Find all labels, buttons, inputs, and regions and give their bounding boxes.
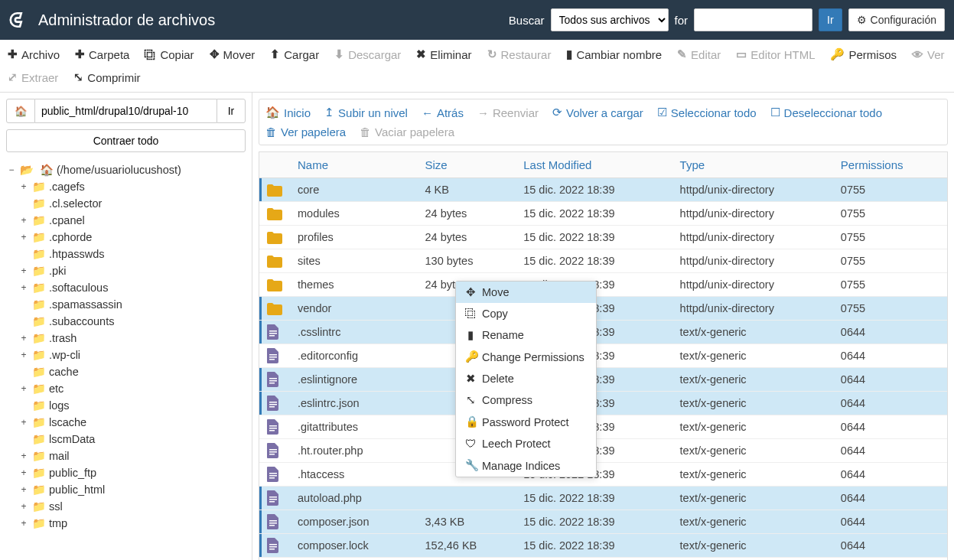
expand-icon[interactable]: + bbox=[18, 265, 29, 276]
ctx-rename[interactable]: ▮Rename bbox=[456, 324, 596, 346]
tree-item[interactable]: +📁etc bbox=[6, 380, 246, 397]
nav-back[interactable]: ←Atrás bbox=[422, 104, 464, 121]
path-go-button[interactable]: Ir bbox=[217, 99, 246, 123]
tree-item[interactable]: 📁cache bbox=[6, 363, 246, 380]
nav-forward[interactable]: →Reenviar bbox=[477, 104, 539, 121]
tree-item[interactable]: +📁mail bbox=[6, 448, 246, 464]
table-row[interactable]: themes24 bytes15 dic. 2022 18:39httpd/un… bbox=[259, 273, 947, 297]
expand-icon[interactable]: + bbox=[18, 518, 29, 529]
tree-item[interactable]: 📁.cl.selector bbox=[6, 195, 246, 212]
ctx-password[interactable]: 🔒Password Protect bbox=[456, 411, 596, 433]
table-row[interactable]: profiles24 bytes15 dic. 2022 18:39httpd/… bbox=[259, 226, 947, 249]
nav-reload[interactable]: ⟳Volver a cargar bbox=[552, 104, 643, 121]
move-button[interactable]: ✥Mover bbox=[202, 43, 263, 66]
tree-item[interactable]: 📁.subaccounts bbox=[6, 313, 246, 330]
path-input[interactable] bbox=[35, 99, 217, 123]
search-scope-select[interactable]: Todos sus archivos bbox=[551, 8, 669, 31]
tree-item[interactable]: +📁lscache bbox=[6, 414, 246, 431]
table-row[interactable]: core4 KB15 dic. 2022 18:39httpd/unix-dir… bbox=[259, 178, 947, 202]
expand-icon[interactable]: + bbox=[18, 417, 29, 428]
col-type[interactable]: Type bbox=[672, 152, 833, 178]
expand-icon[interactable]: + bbox=[18, 333, 29, 343]
config-button[interactable]: ⚙Configuración bbox=[848, 8, 945, 31]
delete-button[interactable]: ✖Eliminar bbox=[409, 43, 479, 66]
expand-icon[interactable]: + bbox=[18, 181, 29, 192]
tree-root[interactable]: − 📂 🏠 (/home/usuariolucushost) bbox=[6, 161, 246, 178]
tree-item[interactable]: +📁ssl bbox=[6, 498, 246, 515]
collapse-all-button[interactable]: Contraer todo bbox=[6, 129, 246, 152]
col-permissions[interactable]: Permissions bbox=[833, 152, 947, 178]
tree-item[interactable]: +📁.pki bbox=[6, 262, 246, 279]
table-row[interactable]: composer.json3,43 KB15 dic. 2022 18:39te… bbox=[259, 510, 947, 534]
folder-button[interactable]: ✚Carpeta bbox=[67, 43, 137, 66]
col-icon[interactable] bbox=[259, 152, 290, 178]
expand-icon[interactable]: + bbox=[18, 467, 29, 478]
download-button[interactable]: ⬇Descargar bbox=[327, 43, 409, 66]
upload-button[interactable]: ⬆Cargar bbox=[262, 43, 327, 66]
table-row[interactable]: .eslintrc.json15 dic. 2022 18:39text/x-g… bbox=[259, 392, 947, 415]
compress-button[interactable]: ⤡Comprimir bbox=[66, 66, 148, 89]
tree-item[interactable]: +📁.softaculous bbox=[6, 279, 246, 296]
search-input[interactable] bbox=[694, 8, 812, 31]
expand-icon[interactable]: + bbox=[18, 484, 29, 495]
edit-button[interactable]: ✎Editar bbox=[669, 43, 728, 66]
tree-item[interactable]: 📁logs bbox=[6, 397, 246, 414]
tree-item[interactable]: +📁.trash bbox=[6, 330, 246, 347]
file-button[interactable]: ✚Archivo bbox=[0, 43, 67, 66]
ctx-copy[interactable]: ⿻Copy bbox=[456, 303, 596, 324]
col-name[interactable]: Name bbox=[290, 152, 418, 178]
expand-icon[interactable]: + bbox=[18, 501, 29, 512]
tree-item[interactable]: 📁lscmData bbox=[6, 431, 246, 448]
nav-home[interactable]: 🏠Inicio bbox=[265, 104, 311, 121]
table-row[interactable]: .csslintrc15 dic. 2022 18:39text/x-gener… bbox=[259, 321, 947, 344]
permissions-button[interactable]: 🔑Permisos bbox=[822, 43, 904, 66]
tree-item[interactable]: 📁.spamassassin bbox=[6, 296, 246, 313]
table-row[interactable]: vendor15 dic. 2022 18:39httpd/unix-direc… bbox=[259, 297, 947, 321]
expand-icon[interactable]: + bbox=[18, 282, 29, 293]
col-size[interactable]: Size bbox=[418, 152, 516, 178]
table-row[interactable]: .gitattributes15 dic. 2022 18:39text/x-g… bbox=[259, 415, 947, 439]
tree-item[interactable]: +📁.wp-cli bbox=[6, 347, 246, 363]
tree-item[interactable]: +📁public_ftp bbox=[6, 464, 246, 481]
restore-button[interactable]: ↻Restaurar bbox=[480, 43, 559, 66]
copy-button[interactable]: ⿻Copiar bbox=[137, 43, 201, 66]
table-row[interactable]: .eslintignore15 dic. 2022 18:39text/x-ge… bbox=[259, 368, 947, 392]
nav-empty-trash[interactable]: 🗑Vaciar papelera bbox=[360, 124, 454, 140]
table-row[interactable]: sites130 bytes15 dic. 2022 18:39httpd/un… bbox=[259, 249, 947, 273]
table-row[interactable]: .editorconfig15 dic. 2022 18:39text/x-ge… bbox=[259, 344, 947, 368]
search-go-button[interactable]: Ir bbox=[819, 8, 842, 31]
col-modified[interactable]: Last Modified bbox=[516, 152, 672, 178]
expand-icon[interactable]: + bbox=[18, 215, 29, 226]
view-button[interactable]: 👁Ver bbox=[904, 43, 952, 66]
expand-icon[interactable]: + bbox=[18, 232, 29, 243]
extract-button[interactable]: ⤢Extraer bbox=[0, 66, 66, 89]
nav-up[interactable]: ↥Subir un nivel bbox=[324, 104, 408, 121]
expand-icon[interactable]: + bbox=[18, 383, 29, 394]
ctx-permissions[interactable]: 🔑Change Permissions bbox=[456, 346, 596, 368]
ctx-leech[interactable]: 🛡Leech Protect bbox=[456, 433, 596, 454]
tree-item[interactable]: 📁.htpasswds bbox=[6, 246, 246, 262]
nav-select-all[interactable]: ☑Seleccionar todo bbox=[657, 104, 757, 121]
nav-view-trash[interactable]: 🗑Ver papelera bbox=[265, 124, 346, 140]
ctx-delete[interactable]: ✖Delete bbox=[456, 368, 596, 389]
tree-item[interactable]: +📁tmp bbox=[6, 515, 246, 532]
tree-item[interactable]: +📁.cagefs bbox=[6, 178, 246, 195]
table-row[interactable]: modules24 bytes15 dic. 2022 18:39httpd/u… bbox=[259, 202, 947, 226]
tree-item[interactable]: +📁.cphorde bbox=[6, 229, 246, 246]
ctx-indices[interactable]: 🔧Manage Indices bbox=[456, 454, 596, 477]
ctx-move[interactable]: ✥Move bbox=[456, 282, 596, 303]
expand-icon[interactable]: + bbox=[18, 451, 29, 461]
path-home-button[interactable]: 🏠 bbox=[6, 99, 35, 123]
table-row[interactable]: autoload.php15 dic. 2022 18:39text/x-gen… bbox=[259, 487, 947, 510]
table-row[interactable]: composer.lock152,46 KB15 dic. 2022 18:39… bbox=[259, 534, 947, 558]
tree-item[interactable]: +📁.cpanel bbox=[6, 212, 246, 229]
html-editor-button[interactable]: ▭Editor HTML bbox=[728, 43, 822, 66]
ctx-compress[interactable]: ⤡Compress bbox=[456, 389, 596, 411]
expand-icon[interactable]: + bbox=[18, 350, 29, 360]
nav-deselect-all[interactable]: ☐Deseleccionar todo bbox=[770, 104, 882, 121]
table-row[interactable]: .ht.router.php15 dic. 2022 18:39text/x-g… bbox=[259, 439, 947, 463]
collapse-icon[interactable]: − bbox=[6, 164, 17, 175]
tree-item[interactable]: +📁public_html bbox=[6, 481, 246, 498]
table-row[interactable]: .htaccess15 dic. 2022 18:39text/x-generi… bbox=[259, 463, 947, 487]
rename-button[interactable]: ▮Cambiar nombre bbox=[558, 43, 669, 66]
